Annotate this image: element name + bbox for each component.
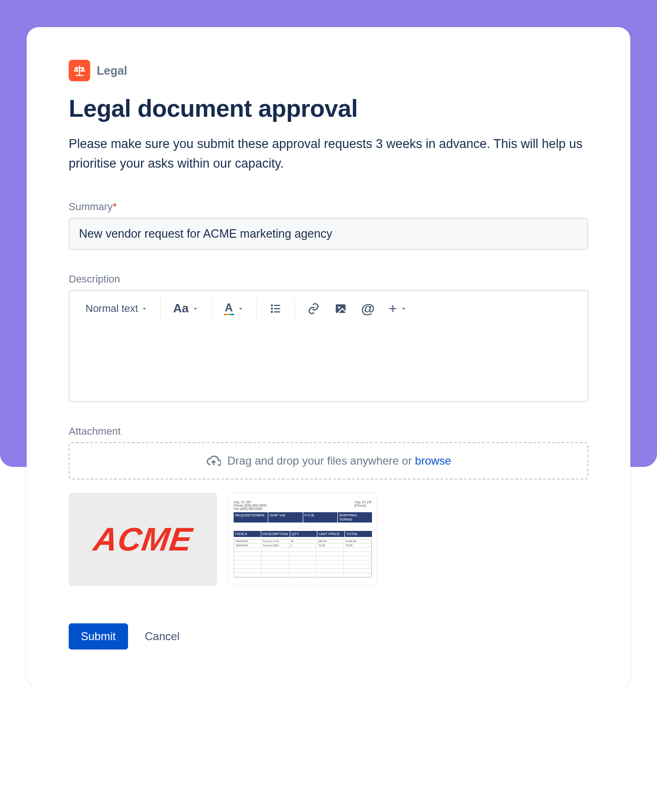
submit-button[interactable]: Submit xyxy=(69,623,128,650)
page-description: Please make sure you submit these approv… xyxy=(69,134,588,174)
table-row: 45645645 Product ABC 1 75.00 75.00 xyxy=(234,544,371,548)
text-format-button[interactable]: Aa xyxy=(170,299,201,318)
summary-input[interactable] xyxy=(69,218,588,250)
attachment-thumb[interactable]: ACME xyxy=(69,493,217,586)
mention-button[interactable]: @ xyxy=(358,299,378,318)
bullet-list-button[interactable] xyxy=(266,300,285,317)
summary-label: Summary* xyxy=(69,201,588,213)
attachment-label: Attachment xyxy=(69,425,588,438)
dropzone-text: Drag and drop your files anywhere or xyxy=(228,454,415,467)
text-color-icon: A xyxy=(224,302,234,315)
text-color-button[interactable]: A xyxy=(221,300,247,317)
svg-rect-6 xyxy=(336,304,345,313)
upload-cloud-icon xyxy=(206,453,221,468)
scales-icon xyxy=(69,60,90,81)
project-label: Legal xyxy=(97,64,127,78)
doc-meta: City, ST ZIPPhone (000) 000-0000Fax (000… xyxy=(234,501,372,510)
attachment-thumb[interactable]: City, ST ZIPPhone (000) 000-0000Fax (000… xyxy=(229,493,377,586)
bullet-list-icon xyxy=(269,302,282,315)
form-actions: Submit Cancel xyxy=(69,623,588,650)
image-button[interactable] xyxy=(331,300,350,317)
description-label: Description xyxy=(69,273,588,285)
image-icon xyxy=(334,302,347,315)
editor-toolbar: Normal text Aa A xyxy=(70,291,587,326)
text-style-dropdown[interactable]: Normal text xyxy=(83,301,151,317)
insert-more-button[interactable]: + xyxy=(386,299,410,318)
link-icon xyxy=(307,302,320,315)
acme-logo: ACME xyxy=(91,521,194,558)
doc-body: 23423423 Product XYZ 15 150.00 2,250.00 … xyxy=(234,539,372,578)
browse-link[interactable]: browse xyxy=(415,454,451,467)
plus-icon: + xyxy=(389,301,397,317)
svg-rect-3 xyxy=(274,308,280,309)
summary-label-text: Summary xyxy=(69,201,113,212)
required-indicator: * xyxy=(113,201,117,212)
text-format-icon: Aa xyxy=(173,301,188,316)
chevron-down-icon xyxy=(141,305,148,312)
doc-header-row: ITEM # DESCRIPTION QTY UNIT PRICE TOTAL xyxy=(234,531,372,537)
svg-rect-5 xyxy=(274,311,280,312)
svg-point-0 xyxy=(271,304,273,306)
cancel-button[interactable]: Cancel xyxy=(145,630,180,643)
attachment-thumbnails: ACME City, ST ZIPPhone (000) 000-0000Fax… xyxy=(69,493,588,586)
form-card: Legal Legal document approval Please mak… xyxy=(27,27,630,687)
description-editor: Normal text Aa A xyxy=(69,290,588,402)
project-row: Legal xyxy=(69,60,588,81)
chevron-down-icon xyxy=(400,305,407,312)
svg-point-2 xyxy=(271,307,273,310)
page-title: Legal document approval xyxy=(69,94,588,122)
svg-point-4 xyxy=(271,311,273,313)
link-button[interactable] xyxy=(304,300,323,317)
text-style-label: Normal text xyxy=(86,303,138,315)
svg-rect-1 xyxy=(274,305,280,306)
svg-point-7 xyxy=(338,306,340,309)
table-row: 23423423 Product XYZ 15 150.00 2,250.00 xyxy=(234,539,371,544)
attachment-dropzone[interactable]: Drag and drop your files anywhere or bro… xyxy=(69,442,588,480)
doc-header-row: REQUISITIONER SHIP VIA F.O.B. SHIPPING T… xyxy=(234,512,372,523)
mention-icon: @ xyxy=(361,301,375,317)
chevron-down-icon xyxy=(237,305,244,312)
description-input[interactable] xyxy=(70,326,587,401)
chevron-down-icon xyxy=(192,305,199,312)
